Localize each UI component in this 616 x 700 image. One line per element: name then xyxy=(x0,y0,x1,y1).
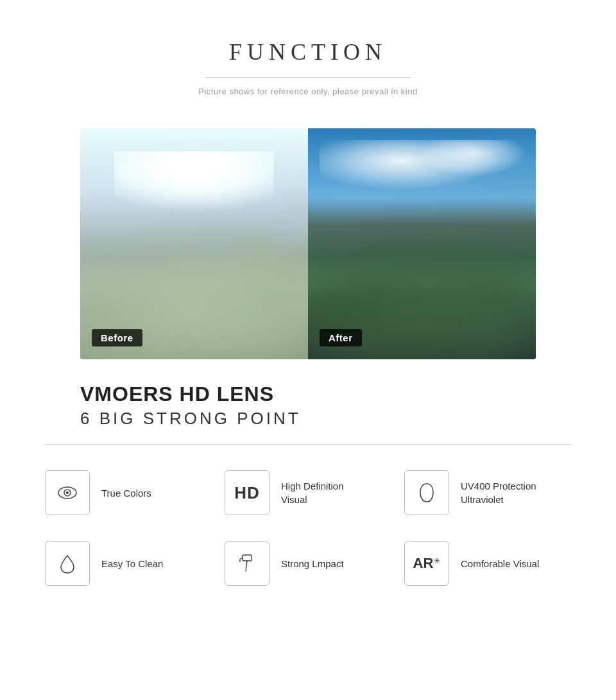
eye-icon-box xyxy=(45,470,90,515)
section-header: FUNCTION Picture shows for reference onl… xyxy=(0,26,616,103)
hd-icon-box: HD xyxy=(225,470,270,515)
ar-text-group: Comforable Visual xyxy=(461,557,539,570)
clean-text-group: Easy To Clean xyxy=(101,557,163,570)
comparison-image: Before After xyxy=(80,128,536,359)
hd-label-line1: High Definition xyxy=(281,479,344,493)
headline-divider xyxy=(45,444,571,445)
impact-text-group: Strong Lmpact xyxy=(281,557,344,570)
uv-icon xyxy=(415,481,438,504)
uv-label-line2: Ultraviolet xyxy=(461,493,536,506)
svg-rect-3 xyxy=(243,555,252,561)
section-divider xyxy=(205,77,411,78)
headline-sub: 6 BIG STRONG POINT xyxy=(80,409,536,429)
ar-icon-box: AR ✳ xyxy=(404,541,449,586)
feature-uv: UV400 Protection Ultraviolet xyxy=(404,470,571,515)
section-title: FUNCTION xyxy=(0,38,616,65)
hd-icon: HD xyxy=(234,483,260,503)
before-image: Before xyxy=(80,128,308,359)
hammer-icon-box xyxy=(225,541,270,586)
ar-icon: AR ✳ xyxy=(413,555,441,572)
uv-icon-box xyxy=(404,470,449,515)
feature-true-colors: True Colors xyxy=(45,470,212,515)
hammer-icon xyxy=(235,552,259,575)
after-image: After xyxy=(308,128,536,359)
ar-label: Comforable Visual xyxy=(461,557,539,570)
clean-label: Easy To Clean xyxy=(101,557,163,570)
feature-hd: HD High Definition Visual xyxy=(225,470,391,515)
svg-line-4 xyxy=(246,561,247,571)
hd-text-group: High Definition Visual xyxy=(281,479,344,506)
section-subtitle: Picture shows for reference only, please… xyxy=(0,87,616,96)
features-grid: True Colors HD High Definition Visual UV… xyxy=(45,470,571,586)
hd-label-line2: Visual xyxy=(281,493,344,506)
before-label: Before xyxy=(92,329,142,346)
headline-main: VMOERS HD LENS xyxy=(80,382,536,406)
uv-text-group: UV400 Protection Ultraviolet xyxy=(461,479,536,506)
headline-section: VMOERS HD LENS 6 BIG STRONG POINT xyxy=(80,382,536,429)
drop-icon-box xyxy=(45,541,90,586)
page-wrapper: FUNCTION Picture shows for reference onl… xyxy=(0,0,616,624)
true-colors-text: True Colors xyxy=(101,486,151,500)
feature-ar: AR ✳ Comforable Visual xyxy=(404,541,571,586)
svg-point-2 xyxy=(66,491,69,494)
eye-icon xyxy=(56,481,79,504)
after-label: After xyxy=(320,329,362,346)
true-colors-label: True Colors xyxy=(101,486,151,500)
impact-label: Strong Lmpact xyxy=(281,557,344,570)
uv-label-line1: UV400 Protection xyxy=(461,479,536,493)
drop-icon xyxy=(56,552,79,575)
feature-impact: Strong Lmpact xyxy=(225,541,391,586)
feature-clean: Easy To Clean xyxy=(45,541,212,586)
